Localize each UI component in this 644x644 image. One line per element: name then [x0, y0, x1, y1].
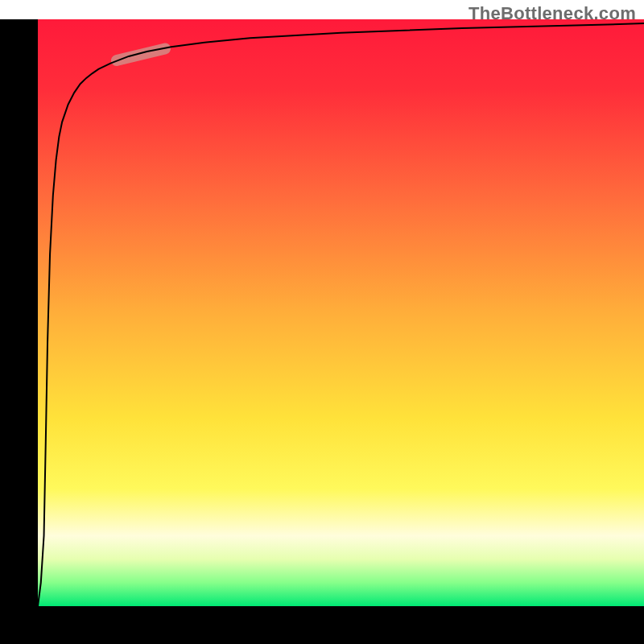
plot-gradient-background: [38, 19, 644, 606]
watermark-text: TheBottleneck.com: [469, 3, 636, 24]
frame-left-band: [0, 19, 38, 644]
frame-bottom-band: [0, 606, 644, 644]
bottleneck-chart: [0, 0, 644, 644]
chart-container: TheBottleneck.com: [0, 0, 644, 644]
